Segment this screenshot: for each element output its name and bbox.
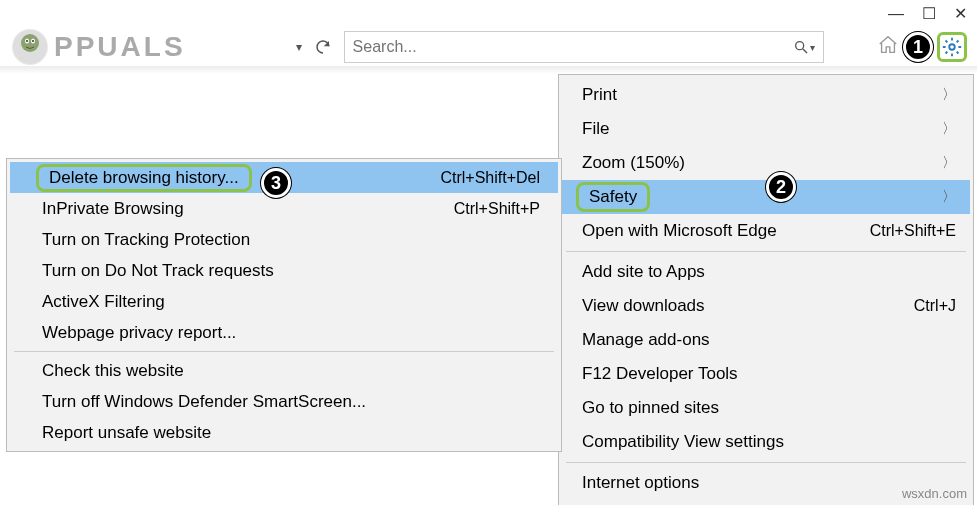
chevron-right-icon: 〉 [930,188,956,206]
svg-point-1 [21,34,39,52]
menu-manage-addons[interactable]: Manage add-ons [562,323,970,357]
watermark: wsxdn.com [902,486,967,501]
menu-separator [14,351,554,352]
menu-open-edge[interactable]: Open with Microsoft EdgeCtrl+Shift+E [562,214,970,248]
callout-1: 1 [903,32,933,62]
safety-highlight: Safety [576,182,650,212]
menu-separator [566,251,966,252]
navigation-area: ▾ [296,38,332,56]
home-icon[interactable] [877,34,899,60]
menu-file[interactable]: File〉 [562,112,970,146]
tools-gear-highlight [937,32,967,62]
chevron-right-icon: 〉 [930,86,956,104]
window-controls: — ☐ ✕ [888,4,967,23]
safety-submenu: Delete browsing history... Ctrl+Shift+De… [6,158,562,452]
logo-text: PPUALS [54,31,186,63]
dropdown-icon[interactable]: ▾ [296,40,302,54]
menu-compat[interactable]: Compatibility View settings [562,425,970,459]
close-button[interactable]: ✕ [954,4,967,23]
submenu-tracking[interactable]: Turn on Tracking Protection [10,224,558,255]
search-input[interactable] [353,38,793,56]
chevron-right-icon: 〉 [930,120,956,138]
svg-point-8 [949,44,955,50]
submenu-dnt[interactable]: Turn on Do Not Track requests [10,255,558,286]
svg-point-5 [32,40,34,42]
menu-view-downloads[interactable]: View downloadsCtrl+J [562,289,970,323]
site-logo: PPUALS [0,29,186,65]
search-box[interactable]: ▾ [344,31,824,63]
toolbar-shadow [0,66,977,74]
tools-menu: Print〉 File〉 Zoom (150%)〉 Safety 〉 Open … [558,74,974,505]
chevron-right-icon: 〉 [930,154,956,172]
gear-icon[interactable] [941,36,963,58]
submenu-report-unsafe[interactable]: Report unsafe website [10,417,558,448]
toolbar-icons: 1 [877,32,967,62]
submenu-inprivate[interactable]: InPrivate BrowsingCtrl+Shift+P [10,193,558,224]
submenu-privacy-report[interactable]: Webpage privacy report... [10,317,558,348]
svg-point-6 [795,42,803,50]
delete-history-highlight: Delete browsing history... [36,164,252,192]
svg-line-7 [803,49,807,53]
menu-f12[interactable]: F12 Developer Tools [562,357,970,391]
browser-toolbar: PPUALS ▾ ▾ 1 [0,28,977,66]
search-icon[interactable]: ▾ [793,39,815,55]
svg-point-4 [26,40,28,42]
menu-pinned[interactable]: Go to pinned sites [562,391,970,425]
refresh-button[interactable] [314,38,332,56]
menu-add-site[interactable]: Add site to Apps [562,255,970,289]
callout-3: 3 [261,168,291,198]
submenu-check-website[interactable]: Check this website [10,355,558,386]
submenu-smartscreen[interactable]: Turn off Windows Defender SmartScreen... [10,386,558,417]
menu-separator [566,462,966,463]
callout-2: 2 [766,172,796,202]
logo-icon [12,29,48,65]
menu-print[interactable]: Print〉 [562,78,970,112]
submenu-activex[interactable]: ActiveX Filtering [10,286,558,317]
minimize-button[interactable]: — [888,5,904,23]
menu-zoom[interactable]: Zoom (150%)〉 [562,146,970,180]
maximize-button[interactable]: ☐ [922,4,936,23]
